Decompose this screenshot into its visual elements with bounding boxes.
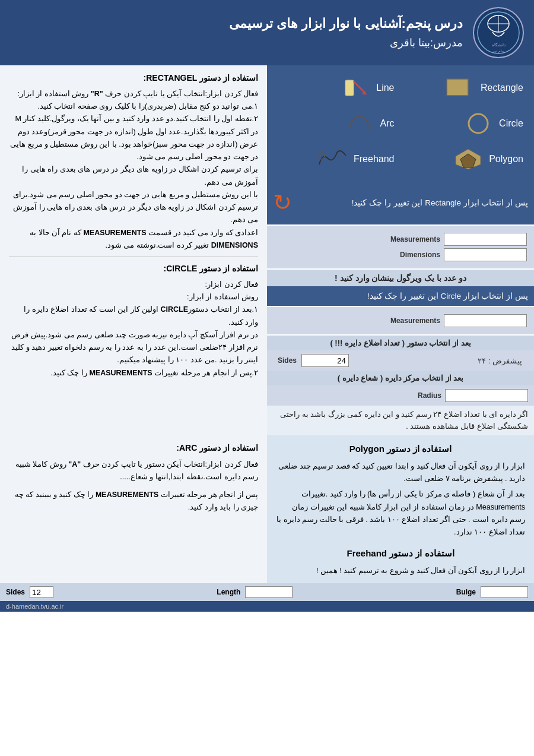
bottom-section: استفاده از دستور Polygon ابزار را از روی… <box>0 435 534 583</box>
rp-arc-line2: پس از انجام هر مرحله تغییرات MEASUREMENT… <box>9 489 258 514</box>
right-panel: استفاده از دستور RECTANGEL: فعال کردن اب… <box>0 65 267 435</box>
shape-item-arc: Arc <box>273 107 399 140</box>
rp-rectangle-line1: فعال کردن ابزار:انتخاب آیکن یا تایپ کردن… <box>9 88 258 100</box>
footer-sides-input[interactable] <box>30 586 53 598</box>
radius-block: Radius <box>267 385 534 406</box>
bottom-left: استفاده از دستور Polygon ابزار را از روی… <box>267 435 534 583</box>
svg-text:دانشگاه: دانشگاه <box>492 42 506 47</box>
header-text: درس پنجم:آشنایی با نوار ابزار های ترسیمی… <box>9 16 463 49</box>
radius-label: Radius <box>409 391 441 400</box>
polygon-body-2: بعد از آن شعاع ( فاصله ی مرکز تا یکی از … <box>276 488 525 539</box>
left-panel: Rectangle Line <box>267 65 534 435</box>
shape-item-circle: Circle <box>402 107 529 140</box>
circle-measurements-row: Measurements <box>274 314 527 327</box>
rp-circle-line3: ۱.بعد از انتخاب دستورCIRCLE اولین کار ای… <box>9 303 258 329</box>
rp-rectangle-line2: ۱.می توانید دو کنج مقابل (ضربدری)را با ک… <box>9 100 258 113</box>
polygon-heading: استفاده از دستور Polygon <box>276 441 525 457</box>
footer-length-input[interactable] <box>245 586 293 598</box>
header-subtitle: مدرس:بیتا باقری <box>9 36 463 49</box>
shape-item-polygon: Polygon <box>402 143 529 175</box>
bottom-right: استفاده از دستور ARC: فعال کردن ابزار:ان… <box>0 435 267 583</box>
main-content: Rectangle Line <box>0 65 534 435</box>
dimensions-row: Dimensions <box>274 248 527 261</box>
dimensions-label: Dimensions <box>400 251 440 259</box>
svg-text:پیام نور: پیام نور <box>492 49 504 53</box>
shape-item-rectangle: Rectangle <box>402 71 529 104</box>
rp-rectangle-line3: ۲.نقطه اول را انتخاب کنید.دو عدد وارد کن… <box>9 113 258 163</box>
shape-item-line: Line <box>273 71 399 104</box>
rect-title: پس از انتخاب ابزار Rectangle این تغییر ر… <box>352 198 528 207</box>
rectangle-note: دو عدد با یک ویرگول بینشان وارد کنید ! <box>267 270 534 286</box>
polygon-icon <box>452 145 484 172</box>
circle-measurements-input[interactable] <box>444 314 527 327</box>
circle-measurements-block: Measurements <box>267 307 534 334</box>
watermark-text: d-hamedan.tvu.ac.ir <box>6 603 63 610</box>
header-title: درس پنجم:آشنایی با نوار ابزار های ترسیمی <box>9 16 463 31</box>
rp-rectangle-heading: استفاده از دستور RECTANGEL: <box>9 71 258 86</box>
rp-circle-line5: ۲.پس از انجام هر مرحله تغییرات MEASUREME… <box>9 367 258 379</box>
measurements-block: Measurements Dimensions <box>267 226 534 268</box>
freehand-icon <box>316 145 349 172</box>
line-icon <box>339 74 371 101</box>
rectangle-section-heading: پس از انتخاب ابزار Rectangle این تغییر ر… <box>267 181 534 224</box>
rp-arc-line1: فعال کردن ابزار:انتخاب آیکن دستور یا تای… <box>9 458 258 484</box>
rp-circle-line4: در نرم افزار آسکچ آپ دایره نیزبه صورت چن… <box>9 329 258 367</box>
freehand-heading: استفاده از دستور Freehand <box>276 546 525 561</box>
after-center-text: بعد از انتخاب مرکز دایره ( شعاع دایره ) <box>267 371 534 385</box>
footer-length-label: Length <box>217 588 240 596</box>
rp-circle-line1: فعال کردن ابزار: <box>9 279 258 291</box>
radius-input[interactable] <box>445 389 528 402</box>
polygon-body-1: ابزار را از روی آیکون آن فعال کنید و ابت… <box>276 460 525 486</box>
circle-note: اگر دایره ای با تعداد اضلاع ۲۴ رسم کنید … <box>267 406 534 435</box>
svg-point-11 <box>469 114 488 133</box>
svg-rect-7 <box>447 79 468 96</box>
arc-label: Arc <box>380 118 395 129</box>
shapes-grid: Rectangle Line <box>267 65 534 181</box>
freehand-label: Freehand <box>354 154 395 165</box>
footer-sides-label: Sides <box>6 588 25 596</box>
line-label: Line <box>376 83 394 93</box>
rp-circle-section: استفاده از دستور CIRCLE: فعال کردن ابزار… <box>9 262 258 384</box>
measurements-label: Measurements <box>390 235 440 243</box>
rect-heading-text: پس از انتخاب ابزار Rectangle این تغییر ر… <box>298 197 528 210</box>
arc-icon <box>343 110 376 137</box>
default-text: پیشفرض : ۲۴ <box>478 356 522 365</box>
sides-input[interactable] <box>301 354 349 367</box>
footer-bulge-input[interactable] <box>481 586 528 598</box>
rectangle-label: Rectangle <box>481 83 523 93</box>
rp-rectangle-line4: برای ترسیم کردن اشکال در زاویه های دیگر … <box>9 163 258 189</box>
rp-rectangle-line5: با این روش مستطیل و مربع هایی در جهت دو … <box>9 189 258 227</box>
rp-rectangle-line6: اعدادی که وارد می کنید در قسمت MEASUREME… <box>9 227 258 252</box>
polygon-label: Polygon <box>489 154 523 165</box>
rp-rectangle-section: استفاده از دستور RECTANGEL: فعال کردن اب… <box>9 71 258 257</box>
circle-label: Circle <box>499 118 523 129</box>
footer-bar: d-hamedan.tvu.ac.ir <box>0 601 534 612</box>
circle-title: پس از انتخاب ابزار Circle این تغییر را چ… <box>367 292 528 300</box>
measurements-input[interactable] <box>444 233 527 246</box>
circle-measurements-label: Measurements <box>390 317 440 325</box>
sides-label: Sides <box>273 356 297 365</box>
footer-measurements-bar: Sides Length Bulge <box>0 583 534 601</box>
circle-icon <box>462 110 494 137</box>
rectangle-icon <box>443 74 476 101</box>
rp-circle-heading: استفاده از دستور CIRCLE: <box>9 262 258 276</box>
rp-arc-heading: استفاده از دستور ARC: <box>9 441 258 456</box>
svg-rect-8 <box>345 80 354 96</box>
orange-arrow-icon: ↻ <box>273 185 292 221</box>
shape-item-freehand: Freehand <box>273 143 399 175</box>
header: دانشگاه پیام نور درس پنجم:آشنایی با نوار… <box>0 0 534 65</box>
footer-bulge-label: Bulge <box>456 588 476 596</box>
after-select-text: بعد از انتخاب دستور ( تعداد اضلاع دایره … <box>267 336 534 350</box>
circle-section-heading: پس از انتخاب ابزار Circle این تغییر را چ… <box>267 286 534 306</box>
logo: دانشگاه پیام نور <box>472 6 525 59</box>
dimensions-input[interactable] <box>444 248 527 261</box>
freehand-body: ابزار را از روی آیکون آن فعال کنید و شرو… <box>276 565 525 577</box>
rp-circle-line2: روش استفاده از ابزار: <box>9 291 258 303</box>
radius-input-row: Radius <box>273 389 528 402</box>
measurements-row: Measurements <box>274 233 527 246</box>
sides-row: پیشفرض : ۲۴ Sides <box>267 350 534 371</box>
